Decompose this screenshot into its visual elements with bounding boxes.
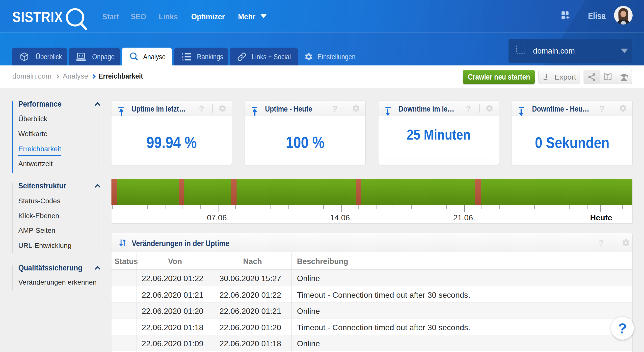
- svg-text:3: 3: [182, 59, 184, 62]
